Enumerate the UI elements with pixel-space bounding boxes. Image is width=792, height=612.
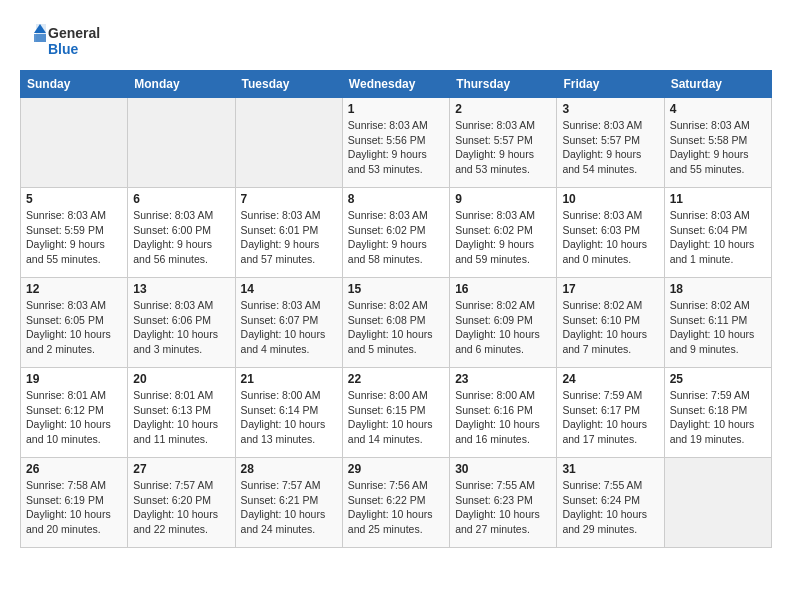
svg-rect-4 [34,34,46,42]
calendar-header: SundayMondayTuesdayWednesdayThursdayFrid… [21,71,772,98]
day-number: 24 [562,372,658,386]
day-number: 22 [348,372,444,386]
day-number: 3 [562,102,658,116]
calendar-week-row: 19Sunrise: 8:01 AM Sunset: 6:12 PM Dayli… [21,368,772,458]
calendar-cell: 3Sunrise: 8:03 AM Sunset: 5:57 PM Daylig… [557,98,664,188]
weekday-header-saturday: Saturday [664,71,771,98]
day-number: 14 [241,282,337,296]
day-info: Sunrise: 8:03 AM Sunset: 6:05 PM Dayligh… [26,298,122,357]
calendar-cell: 24Sunrise: 7:59 AM Sunset: 6:17 PM Dayli… [557,368,664,458]
weekday-header-row: SundayMondayTuesdayWednesdayThursdayFrid… [21,71,772,98]
day-number: 18 [670,282,766,296]
day-number: 2 [455,102,551,116]
calendar-cell: 10Sunrise: 8:03 AM Sunset: 6:03 PM Dayli… [557,188,664,278]
day-number: 29 [348,462,444,476]
day-info: Sunrise: 7:59 AM Sunset: 6:17 PM Dayligh… [562,388,658,447]
day-info: Sunrise: 7:57 AM Sunset: 6:21 PM Dayligh… [241,478,337,537]
weekday-header-tuesday: Tuesday [235,71,342,98]
calendar-cell: 15Sunrise: 8:02 AM Sunset: 6:08 PM Dayli… [342,278,449,368]
calendar-cell: 12Sunrise: 8:03 AM Sunset: 6:05 PM Dayli… [21,278,128,368]
day-number: 30 [455,462,551,476]
calendar-cell: 7Sunrise: 8:03 AM Sunset: 6:01 PM Daylig… [235,188,342,278]
day-info: Sunrise: 7:57 AM Sunset: 6:20 PM Dayligh… [133,478,229,537]
day-number: 26 [26,462,122,476]
calendar-cell: 1Sunrise: 8:03 AM Sunset: 5:56 PM Daylig… [342,98,449,188]
day-info: Sunrise: 8:01 AM Sunset: 6:13 PM Dayligh… [133,388,229,447]
day-number: 13 [133,282,229,296]
calendar-cell: 19Sunrise: 8:01 AM Sunset: 6:12 PM Dayli… [21,368,128,458]
day-info: Sunrise: 8:03 AM Sunset: 6:06 PM Dayligh… [133,298,229,357]
day-info: Sunrise: 7:59 AM Sunset: 6:18 PM Dayligh… [670,388,766,447]
weekday-header-friday: Friday [557,71,664,98]
day-number: 19 [26,372,122,386]
day-info: Sunrise: 8:03 AM Sunset: 6:07 PM Dayligh… [241,298,337,357]
calendar-cell: 27Sunrise: 7:57 AM Sunset: 6:20 PM Dayli… [128,458,235,548]
day-number: 21 [241,372,337,386]
logo-svg: General Blue [20,20,110,60]
day-info: Sunrise: 8:01 AM Sunset: 6:12 PM Dayligh… [26,388,122,447]
day-number: 31 [562,462,658,476]
calendar-cell [128,98,235,188]
day-info: Sunrise: 8:00 AM Sunset: 6:15 PM Dayligh… [348,388,444,447]
day-info: Sunrise: 8:03 AM Sunset: 6:04 PM Dayligh… [670,208,766,267]
calendar-week-row: 5Sunrise: 8:03 AM Sunset: 5:59 PM Daylig… [21,188,772,278]
calendar-body: 1Sunrise: 8:03 AM Sunset: 5:56 PM Daylig… [21,98,772,548]
calendar-cell: 11Sunrise: 8:03 AM Sunset: 6:04 PM Dayli… [664,188,771,278]
calendar-cell [235,98,342,188]
calendar-cell: 2Sunrise: 8:03 AM Sunset: 5:57 PM Daylig… [450,98,557,188]
calendar-cell: 23Sunrise: 8:00 AM Sunset: 6:16 PM Dayli… [450,368,557,458]
calendar-cell: 22Sunrise: 8:00 AM Sunset: 6:15 PM Dayli… [342,368,449,458]
calendar-cell: 9Sunrise: 8:03 AM Sunset: 6:02 PM Daylig… [450,188,557,278]
day-info: Sunrise: 8:03 AM Sunset: 5:57 PM Dayligh… [562,118,658,177]
day-info: Sunrise: 7:55 AM Sunset: 6:23 PM Dayligh… [455,478,551,537]
day-info: Sunrise: 8:00 AM Sunset: 6:16 PM Dayligh… [455,388,551,447]
calendar-week-row: 26Sunrise: 7:58 AM Sunset: 6:19 PM Dayli… [21,458,772,548]
weekday-header-sunday: Sunday [21,71,128,98]
calendar-table: SundayMondayTuesdayWednesdayThursdayFrid… [20,70,772,548]
day-info: Sunrise: 8:02 AM Sunset: 6:09 PM Dayligh… [455,298,551,357]
calendar-cell: 18Sunrise: 8:02 AM Sunset: 6:11 PM Dayli… [664,278,771,368]
day-number: 7 [241,192,337,206]
svg-text:Blue: Blue [48,41,79,57]
day-number: 1 [348,102,444,116]
day-number: 4 [670,102,766,116]
calendar-cell: 13Sunrise: 8:03 AM Sunset: 6:06 PM Dayli… [128,278,235,368]
day-info: Sunrise: 8:02 AM Sunset: 6:08 PM Dayligh… [348,298,444,357]
calendar-cell [664,458,771,548]
calendar-cell: 29Sunrise: 7:56 AM Sunset: 6:22 PM Dayli… [342,458,449,548]
day-info: Sunrise: 8:03 AM Sunset: 5:57 PM Dayligh… [455,118,551,177]
calendar-cell: 28Sunrise: 7:57 AM Sunset: 6:21 PM Dayli… [235,458,342,548]
calendar-cell [21,98,128,188]
calendar-cell: 20Sunrise: 8:01 AM Sunset: 6:13 PM Dayli… [128,368,235,458]
calendar-week-row: 1Sunrise: 8:03 AM Sunset: 5:56 PM Daylig… [21,98,772,188]
day-info: Sunrise: 8:03 AM Sunset: 6:02 PM Dayligh… [455,208,551,267]
calendar-cell: 4Sunrise: 8:03 AM Sunset: 5:58 PM Daylig… [664,98,771,188]
svg-text:General: General [48,25,100,41]
day-number: 28 [241,462,337,476]
calendar-cell: 14Sunrise: 8:03 AM Sunset: 6:07 PM Dayli… [235,278,342,368]
day-number: 15 [348,282,444,296]
day-number: 16 [455,282,551,296]
day-number: 9 [455,192,551,206]
calendar-cell: 6Sunrise: 8:03 AM Sunset: 6:00 PM Daylig… [128,188,235,278]
day-info: Sunrise: 8:03 AM Sunset: 6:02 PM Dayligh… [348,208,444,267]
day-info: Sunrise: 8:03 AM Sunset: 6:03 PM Dayligh… [562,208,658,267]
day-info: Sunrise: 8:00 AM Sunset: 6:14 PM Dayligh… [241,388,337,447]
calendar-cell: 5Sunrise: 8:03 AM Sunset: 5:59 PM Daylig… [21,188,128,278]
day-number: 5 [26,192,122,206]
day-info: Sunrise: 7:58 AM Sunset: 6:19 PM Dayligh… [26,478,122,537]
day-number: 17 [562,282,658,296]
calendar-cell: 8Sunrise: 8:03 AM Sunset: 6:02 PM Daylig… [342,188,449,278]
day-info: Sunrise: 7:55 AM Sunset: 6:24 PM Dayligh… [562,478,658,537]
calendar-cell: 21Sunrise: 8:00 AM Sunset: 6:14 PM Dayli… [235,368,342,458]
calendar-cell: 26Sunrise: 7:58 AM Sunset: 6:19 PM Dayli… [21,458,128,548]
day-info: Sunrise: 8:02 AM Sunset: 6:11 PM Dayligh… [670,298,766,357]
calendar-cell: 25Sunrise: 7:59 AM Sunset: 6:18 PM Dayli… [664,368,771,458]
weekday-header-thursday: Thursday [450,71,557,98]
day-info: Sunrise: 8:03 AM Sunset: 6:01 PM Dayligh… [241,208,337,267]
day-info: Sunrise: 8:03 AM Sunset: 5:59 PM Dayligh… [26,208,122,267]
page-header: General Blue [20,20,772,60]
calendar-cell: 17Sunrise: 8:02 AM Sunset: 6:10 PM Dayli… [557,278,664,368]
weekday-header-wednesday: Wednesday [342,71,449,98]
day-number: 27 [133,462,229,476]
